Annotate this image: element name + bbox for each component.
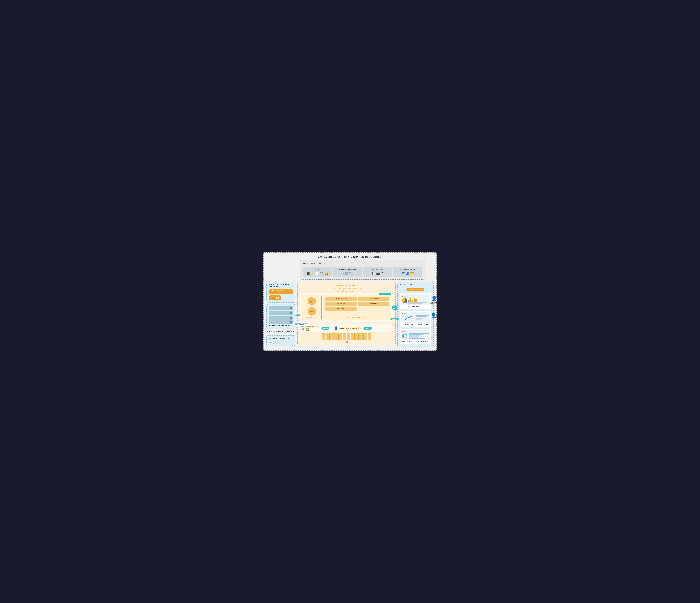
watch-badge: Watch and trigger the exec On events [294,322,310,326]
consensus-label: CONSENSUS (VALIDATION) LAYER [300,288,393,290]
watch-badge-container: Watch and trigger the exec On events [294,322,310,326]
portal-content [402,297,429,304]
svg-point-1 [407,316,408,317]
kb-2 [416,316,426,317]
consult-badge: Consult [391,318,399,320]
browser-dots-knowledge [402,313,429,314]
lightning-icon: ⚡ [310,271,314,275]
smart-contracts-label: SMART CONTRACTS [325,317,390,319]
modelization-badge-container: Modelization [379,292,391,295]
doc-icon: 📄 [315,271,319,275]
index-card: 🌐 INDEX SERVICE, EXPLORER [400,329,431,344]
smart-grid: OBJECTARIUM COGNITARIUM LAW STONE ZONE H… [325,297,390,311]
node-7 [347,333,350,340]
line-1 [408,303,427,303]
line-2 [408,304,423,304]
knowledge-card: KNOWLEDGE APPLICATION [400,311,431,327]
line-chart-svg [402,315,413,321]
index-mock: 🌐 [401,330,430,340]
cylinder-container: 🛢️ STATE (PERSISTENT DATA) [334,326,359,330]
bar-5 [416,299,417,302]
kb-1 [416,315,429,316]
knowledge-mock [401,312,430,323]
dot-yellow-k [404,313,405,314]
dot-green-k [405,313,406,314]
camera-icon: 📷 [376,271,380,275]
mined-resources-grid: Datasets 🗄️ ⚡ 📄 FTP 🔔 Compute functions … [303,267,422,277]
cosmos-title: COSMOS ECOSYSTEM [269,337,293,339]
cylinder-icon: 🛢️ [334,326,338,330]
provider-container: 👤 PROVIDER Retrieve results [429,296,439,306]
portal-browser [401,294,430,305]
workflow-item-3 [269,316,293,320]
mined-resources-title: MINED RESOURCES [303,263,422,265]
logic-label: LOGIC [309,300,314,302]
infrastructure-card: Infrastructure 💾 📷 ⬡ [363,267,392,277]
person-icon: 👤 [406,271,409,275]
datasets-icons: 🗄️ ⚡ 📄 FTP 🔔 [305,271,330,275]
consumer-container: 👤 CONSUMER [429,313,439,320]
pactum-box: PACTUM [325,307,356,311]
dataverse-box: «DATAVERSE» (OFF-CHAIN SHARED RESOURCES)… [263,252,437,351]
cosmos-box: COSMOS ECOSYSTEM IBC [267,335,295,346]
update-badge: Update [321,327,329,330]
orchestration-title: ORCHESTRATION SERVICES [267,331,295,332]
secret-management-title: SECRET MANAGEMENT SERVICES [269,284,293,288]
dot-yellow-i [404,331,405,332]
gear-icon-t: ⚙️ [301,328,305,331]
workflow-item-inner-3 [290,316,292,319]
browser-dots-portal [402,295,429,297]
securely-store-container: Securely store access [400,287,431,292]
node-5 [339,333,342,340]
workflow-item-2: Reports [269,311,293,315]
index-title: INDEX SERVICE, EXPLORER [401,341,430,342]
tendermint-row: TENDERMINT (BFT POS) ⚙️ ✅ Update → 🛢️ ST… [300,324,393,332]
knowledge-title: KNOWLEDGE APPLICATION [401,324,430,326]
lawstone-box: LAW STONE [325,302,356,306]
index-content: 🌐 [402,333,429,339]
line-chart-area [402,315,415,322]
right-column: CLIENTS, UIs Securely store access [397,282,433,347]
node-8 [351,333,354,340]
securely-store-badge: Securely store access [406,288,424,291]
dataverse-title: «DATAVERSE» (OFF-CHAIN SHARED RESOURCES) [267,256,433,258]
identity-title: Identity Services [395,268,421,270]
datasets-card: Datasets 🗄️ ⚡ 📄 FTP 🔔 [303,267,332,277]
portal-card: PORTAL [400,293,431,309]
bar-3 [412,299,413,302]
check-icon: ✅ [306,328,309,331]
workflow-items: Reports Watch and trigger the exec On ev… [269,306,293,324]
nodes-row [300,333,393,340]
blockchain-column: OKP4 BLOCKCHAIN CONSENSUS (VALIDATION) L… [297,282,396,345]
datasets-title: Datasets [305,268,330,270]
securely-get-badge: Securely get access and store result [269,289,293,294]
modules-box: LOGIC WASM MODULES [302,295,322,320]
tendermint-icons: ⚙️ ✅ [301,328,320,331]
cognitarium-box: COGNITARIUM [357,297,390,300]
filter-icon: 🔧 [349,271,353,275]
blockchain-title: OKP4 BLOCKCHAIN [300,284,393,287]
key-icon: 🔑 [271,296,274,299]
auth-button[interactable]: 🔑 Auth [269,295,281,300]
compute-title: Compute functions [335,268,360,270]
analyze-badge: Analyze [364,327,372,330]
diagram-container: «DATAVERSE» (OFF-CHAIN SHARED RESOURCES)… [263,252,437,351]
workflow-item-1 [269,306,293,310]
pie-chart [402,298,407,304]
browser-dots-index [402,331,429,332]
kb-4 [416,319,421,320]
id-card-icon: 🪪 [402,271,405,275]
knowledge-wrapper: KNOWLEDGE APPLICATION Consult 👤 CONSUMER [400,311,431,327]
knowledge-content [402,315,429,322]
dot-red-i [402,331,403,332]
il-1 [408,333,429,334]
workflow-item-inner-1 [290,307,292,309]
bar-1 [408,300,410,302]
chart-bars-portal [408,297,429,302]
mined-resources-box: MINED RESOURCES Datasets 🗄️ ⚡ 📄 FTP 🔔 Co… [300,260,425,280]
arrow-left-analyze: ← [360,327,362,330]
node-10 [359,333,363,340]
wasm-hex: WASM [308,307,316,316]
hex-icon: ⬡ [380,271,383,275]
dot-red-portal [402,295,403,297]
